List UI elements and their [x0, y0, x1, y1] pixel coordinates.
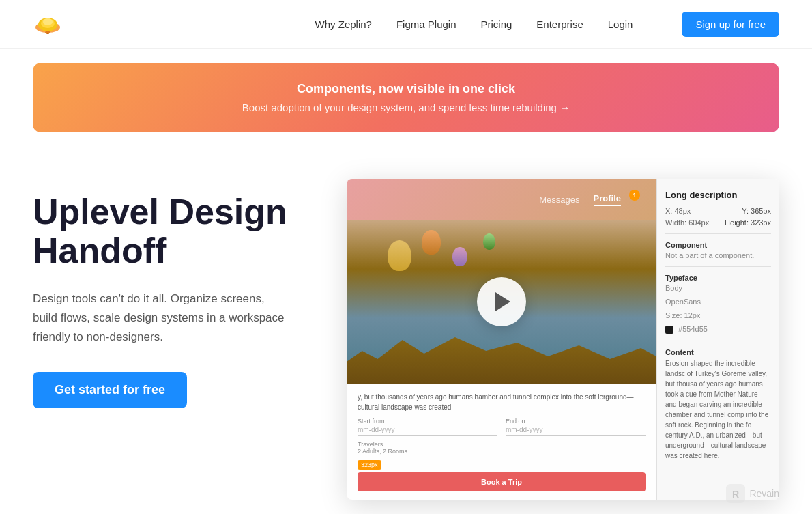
component-label: Component: [665, 241, 771, 249]
form-start-field: Start from mm-dd-yyyy: [358, 418, 497, 436]
nav-signup[interactable]: Sign up for free: [682, 12, 779, 37]
mockup-container: Messages Profile 1: [347, 179, 779, 500]
start-input[interactable]: mm-dd-yyyy: [358, 426, 497, 436]
component-value: Not a part of a component.: [665, 251, 771, 259]
revain-icon: R: [726, 484, 745, 503]
landscape: [347, 329, 656, 384]
balloon-1: [388, 240, 411, 271]
end-label: End on: [506, 418, 646, 425]
mockup-main: Messages Profile 1: [347, 179, 656, 500]
play-button[interactable]: [477, 277, 526, 326]
font-size: Size: 12px: [665, 311, 771, 319]
panel-x: X: 48px Y: 365px: [665, 207, 771, 215]
travelers-value: 2 Adults, 2 Rooms: [358, 448, 407, 455]
form-text-snippet: y, but thousands of years ago humans ham…: [358, 392, 646, 412]
nav-pricing[interactable]: Pricing: [481, 18, 512, 30]
hero-section: Uplevel Design Handoff Design tools can'…: [0, 146, 812, 500]
notification-badge: 1: [629, 190, 640, 201]
balloon-3: [452, 247, 467, 266]
divider-3: [665, 341, 771, 341]
nav-links: Why Zeplin? Figma Plugin Pricing Enterpr…: [315, 18, 779, 31]
content-text: Erosion shaped the incredible landsc of …: [665, 358, 771, 461]
divider-2: [665, 266, 771, 267]
svg-text:R: R: [732, 489, 739, 500]
typeface-body-label: Body: [665, 284, 771, 292]
book-button[interactable]: Book a Trip: [358, 472, 646, 491]
logo[interactable]: [33, 10, 63, 40]
form-end-field: End on mm-dd-yyyy: [506, 418, 646, 436]
color-swatch: [665, 326, 673, 334]
travelers-row: Travelers 2 Adults, 2 Rooms: [358, 441, 646, 455]
form-date-row: Start from mm-dd-yyyy End on mm-dd-yyyy: [358, 418, 646, 436]
panel-size: Width: 604px Height: 323px: [665, 218, 771, 227]
travelers-label: Travelers: [358, 441, 383, 448]
hero-right: Messages Profile 1: [347, 179, 779, 500]
panel-title: Long description: [665, 190, 771, 200]
banner-title: Components, now visible in one click: [49, 82, 763, 96]
mockup-topbar: Messages Profile 1: [347, 179, 656, 220]
hero-heading: Uplevel Design Handoff: [33, 192, 319, 270]
mockup-image: [347, 220, 656, 384]
end-input[interactable]: mm-dd-yyyy: [506, 426, 646, 436]
color-value: #554d55: [665, 325, 771, 334]
navbar: Why Zeplin? Figma Plugin Pricing Enterpr…: [0, 0, 812, 49]
play-icon: [495, 292, 510, 311]
revain-text: Revain: [749, 488, 779, 499]
hero-body: Design tools can't do it all. Organize s…: [33, 289, 292, 347]
mockup-form: y, but thousands of years ago humans ham…: [347, 384, 656, 500]
cta-button[interactable]: Get started for free: [33, 372, 187, 408]
mockup-tab-messages[interactable]: Messages: [539, 195, 579, 205]
nav-why-zeplin[interactable]: Why Zeplin?: [315, 18, 372, 30]
balloon-2: [422, 230, 441, 255]
mockup-tab-profile[interactable]: Profile: [594, 193, 621, 206]
balloon-4: [483, 233, 495, 250]
inspector-panel: Long description X: 48px Y: 365px Width:…: [656, 179, 779, 500]
nav-enterprise[interactable]: Enterprise: [536, 18, 583, 30]
content-label: Content: [665, 348, 771, 356]
font-name: OpenSans: [665, 298, 771, 306]
banner-subtitle: Boost adoption of your design system, an…: [49, 102, 763, 113]
svg-rect-5: [46, 33, 49, 34]
nav-figma-plugin[interactable]: Figma Plugin: [396, 18, 456, 30]
size-badge: 323px: [358, 460, 381, 470]
typeface-label: Typeface: [665, 274, 771, 282]
divider-1: [665, 233, 771, 234]
nav-login[interactable]: Login: [608, 18, 633, 30]
hero-left: Uplevel Design Handoff Design tools can'…: [33, 179, 319, 408]
revain-badge: R Revain: [726, 484, 779, 503]
svg-point-3: [43, 18, 53, 25]
promo-banner[interactable]: Components, now visible in one click Boo…: [33, 63, 779, 132]
start-label: Start from: [358, 418, 497, 425]
